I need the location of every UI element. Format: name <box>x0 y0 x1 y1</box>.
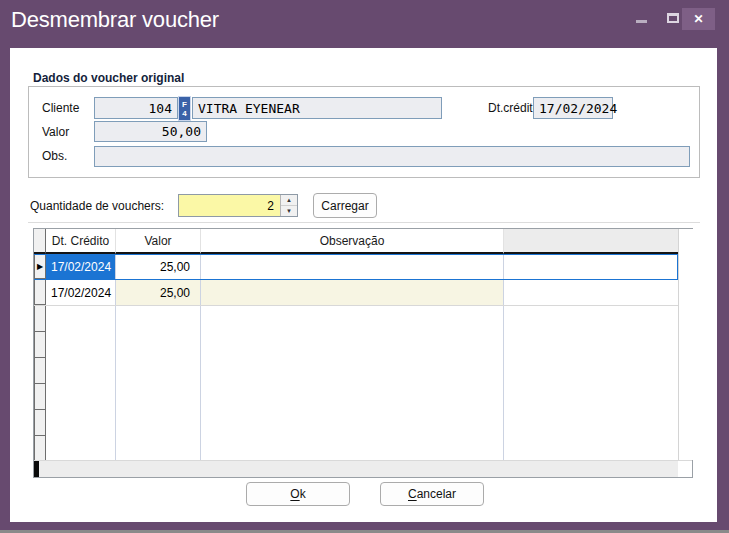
ok-accelerator: O <box>290 487 299 501</box>
ok-button[interactable]: Ok <box>246 482 350 506</box>
column-header-dt-credito: Dt. Crédito <box>46 229 116 254</box>
spinner-down-button[interactable]: ▼ <box>281 206 297 216</box>
table-row[interactable]: ▶17/02/202425,00 <box>34 254 678 280</box>
quantidade-label: Quantidade de vouchers: <box>30 199 164 213</box>
cancel-accelerator: C <box>408 487 417 501</box>
close-icon: ✕ <box>693 12 703 26</box>
column-header-valor: Valor <box>116 229 201 254</box>
f4-letter: F <box>182 100 187 109</box>
cancel-button[interactable]: Cancelar <box>380 482 484 506</box>
dt-credito-field[interactable]: 17/02/2024 <box>533 97 613 119</box>
grid-rows-area: ▶17/02/202425,0017/02/202425,00 <box>34 254 678 460</box>
column-header-filler <box>504 229 678 254</box>
cell-filler <box>504 280 678 305</box>
row-indicator <box>34 436 46 462</box>
quantidade-stepper[interactable]: 2 ▲ ▼ <box>178 194 298 217</box>
cell-observacao[interactable] <box>201 255 504 279</box>
grid-rows: ▶17/02/202425,0017/02/202425,00 <box>34 254 678 462</box>
current-row-marker-icon: ▶ <box>37 263 43 271</box>
scrollbar-corner <box>678 461 692 477</box>
carregar-button[interactable]: Carregar <box>313 193 377 218</box>
column-header-observacao: Observação <box>201 229 504 254</box>
row-indicator <box>34 358 46 384</box>
empty-row-slot <box>34 384 678 410</box>
cell-valor[interactable]: 25,00 <box>116 255 201 279</box>
groupbox-legend: Dados do voucher original <box>33 71 184 85</box>
empty-row-slot <box>34 306 678 332</box>
cliente-code-field[interactable]: 104 <box>94 97 178 119</box>
titlebar: Desmembrar voucher ✕ <box>0 0 729 48</box>
header-indicator-cell <box>34 229 46 254</box>
close-button[interactable]: ✕ <box>682 8 715 30</box>
spinner-up-icon: ▲ <box>286 197 292 203</box>
vertical-scrollbar[interactable] <box>678 229 693 460</box>
quantidade-value[interactable]: 2 <box>179 195 280 216</box>
cell-filler <box>504 255 678 279</box>
spinner-down-icon: ▼ <box>286 208 292 214</box>
table-row[interactable]: 17/02/202425,00 <box>34 280 678 306</box>
horizontal-scrollbar[interactable] <box>34 460 692 477</box>
valor-field[interactable]: 50,00 <box>94 121 207 142</box>
cliente-label: Cliente <box>42 101 79 115</box>
cell-dt-credito[interactable]: 17/02/2024 <box>46 255 116 279</box>
obs-field[interactable] <box>94 146 690 167</box>
f4-lookup-icon[interactable]: F 4 <box>178 96 191 121</box>
cancel-rest: ancelar <box>417 487 456 501</box>
cliente-name-field[interactable]: VITRA EYENEAR <box>192 97 442 119</box>
spinner-up-button[interactable]: ▲ <box>281 195 297 206</box>
spinner-buttons: ▲ ▼ <box>280 195 297 216</box>
row-indicator <box>34 280 46 305</box>
empty-row-slot <box>34 410 678 436</box>
voucher-grid[interactable]: Dt. Crédito Valor Observação ▶17/02/2024… <box>33 228 693 478</box>
scrollbar-thumb[interactable] <box>34 461 39 477</box>
empty-row-slot <box>34 358 678 384</box>
cell-observacao[interactable] <box>201 280 504 305</box>
row-indicator <box>34 306 46 332</box>
row-indicator <box>34 384 46 410</box>
obs-label: Obs. <box>42 149 67 163</box>
row-indicator: ▶ <box>34 255 46 279</box>
empty-row-slot <box>34 436 678 462</box>
cell-dt-credito[interactable]: 17/02/2024 <box>46 280 116 305</box>
row-indicator <box>34 332 46 358</box>
f4-number: 4 <box>182 109 186 118</box>
empty-row-slot <box>34 332 678 358</box>
separator-line <box>28 222 700 223</box>
grid-header: Dt. Crédito Valor Observação <box>34 229 678 254</box>
cell-valor[interactable]: 25,00 <box>116 280 201 305</box>
valor-label: Valor <box>42 125 69 139</box>
minimize-icon[interactable] <box>636 20 647 23</box>
row-indicator <box>34 410 46 436</box>
maximize-icon[interactable] <box>667 13 679 23</box>
dialog-desmembrar-voucher: Desmembrar voucher ✕ Dados do voucher or… <box>0 0 729 533</box>
window-title: Desmembrar voucher <box>11 7 219 33</box>
dt-credito-label: Dt.crédito <box>488 101 539 115</box>
ok-rest: k <box>300 487 306 501</box>
